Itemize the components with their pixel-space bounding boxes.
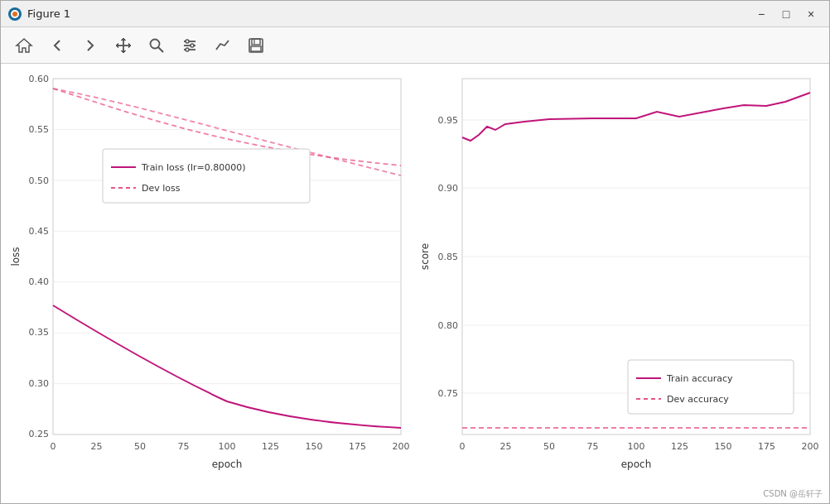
svg-text:25: 25 [500, 441, 512, 452]
close-button[interactable]: × [799, 4, 823, 24]
svg-text:175: 175 [758, 441, 775, 452]
config-button[interactable] [175, 31, 205, 60]
save-icon [248, 37, 264, 54]
svg-text:0.30: 0.30 [29, 378, 50, 389]
svg-rect-77 [628, 360, 794, 414]
svg-rect-50 [103, 149, 310, 203]
svg-rect-19 [252, 39, 260, 45]
title-buttons: − □ × [750, 4, 823, 24]
svg-text:0.60: 0.60 [29, 74, 50, 84]
svg-text:0: 0 [51, 441, 56, 452]
svg-text:0.75: 0.75 [438, 388, 459, 399]
forward-icon [82, 37, 99, 54]
svg-text:200: 200 [802, 441, 819, 452]
svg-rect-22 [53, 79, 401, 434]
svg-text:0.95: 0.95 [438, 115, 459, 126]
main-window: Figure 1 − □ × [0, 0, 830, 504]
left-chart-svg: 0.60 0.55 0.50 0.45 0.40 0.35 0.30 0.25 … [7, 70, 413, 484]
title-bar: Figure 1 − □ × [1, 1, 829, 27]
svg-text:200: 200 [393, 441, 410, 452]
svg-point-17 [186, 48, 189, 51]
svg-text:75: 75 [587, 441, 599, 452]
watermark: CSDN @岳轩子 [763, 488, 823, 500]
svg-text:125: 125 [262, 441, 279, 452]
minimize-button[interactable]: − [750, 4, 773, 24]
lines-button[interactable] [208, 31, 238, 60]
zoom-button[interactable] [142, 31, 171, 60]
svg-text:epoch: epoch [212, 458, 243, 470]
svg-text:25: 25 [91, 441, 103, 452]
svg-text:0.25: 0.25 [29, 429, 50, 439]
svg-text:0.50: 0.50 [29, 175, 50, 186]
home-button[interactable] [9, 31, 39, 60]
lines-icon [215, 37, 231, 54]
svg-text:0.80: 0.80 [438, 320, 459, 331]
svg-text:0.40: 0.40 [29, 276, 50, 287]
svg-point-16 [191, 44, 194, 47]
svg-text:50: 50 [134, 441, 146, 452]
home-icon [15, 36, 33, 55]
back-button[interactable] [42, 31, 72, 60]
pan-button[interactable] [109, 31, 138, 60]
maximize-button[interactable]: □ [775, 4, 798, 24]
forward-button[interactable] [75, 31, 105, 60]
svg-text:150: 150 [306, 441, 323, 452]
svg-text:0.85: 0.85 [438, 252, 459, 262]
svg-text:0.90: 0.90 [438, 183, 459, 194]
svg-text:0.35: 0.35 [29, 327, 50, 338]
svg-line-11 [158, 47, 163, 52]
svg-text:100: 100 [219, 441, 236, 452]
svg-rect-20 [251, 46, 261, 51]
title-left: Figure 1 [7, 7, 70, 22]
back-icon [49, 37, 65, 54]
svg-text:0.55: 0.55 [29, 124, 50, 135]
svg-text:Train loss (lr=0.80000): Train loss (lr=0.80000) [141, 162, 246, 173]
window-title: Figure 1 [27, 7, 70, 20]
svg-text:0: 0 [460, 441, 466, 452]
svg-text:Dev loss: Dev loss [142, 183, 181, 194]
toolbar [1, 27, 829, 64]
pan-icon [114, 36, 133, 55]
svg-point-2 [12, 12, 17, 17]
svg-text:150: 150 [715, 441, 732, 452]
svg-text:score: score [419, 243, 431, 270]
zoom-icon [148, 37, 165, 54]
svg-text:0.45: 0.45 [29, 226, 50, 237]
right-chart: 0.95 0.90 0.85 0.80 0.75 0 25 50 75 100 … [417, 70, 823, 500]
svg-text:loss: loss [10, 247, 22, 266]
svg-text:125: 125 [671, 441, 688, 452]
svg-text:epoch: epoch [621, 458, 652, 470]
svg-marker-7 [17, 39, 31, 52]
right-chart-svg: 0.95 0.90 0.85 0.80 0.75 0 25 50 75 100 … [417, 70, 823, 484]
svg-point-10 [151, 39, 160, 48]
svg-text:175: 175 [349, 441, 366, 452]
save-button[interactable] [241, 31, 271, 60]
svg-text:Train accuracy: Train accuracy [666, 373, 733, 384]
left-chart: 0.60 0.55 0.50 0.45 0.40 0.35 0.30 0.25 … [7, 70, 413, 500]
app-icon [7, 7, 22, 22]
svg-text:Dev accuracy: Dev accuracy [667, 394, 729, 405]
main-area: 0.60 0.55 0.50 0.45 0.40 0.35 0.30 0.25 … [1, 64, 829, 503]
svg-text:50: 50 [543, 441, 555, 452]
svg-text:75: 75 [178, 441, 190, 452]
config-icon [181, 37, 198, 54]
svg-point-15 [186, 40, 189, 43]
svg-text:100: 100 [628, 441, 645, 452]
